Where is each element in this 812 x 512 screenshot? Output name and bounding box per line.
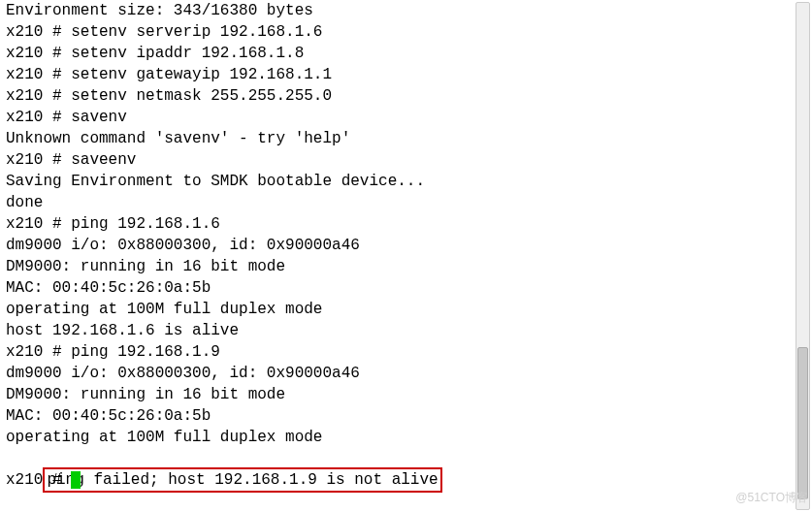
terminal-line: dm9000 i/o: 0x88000300, id: 0x90000a46	[6, 235, 793, 256]
terminal-line: host 192.168.1.6 is alive	[6, 320, 793, 341]
terminal-line: done	[6, 192, 793, 213]
terminal-line: operating at 100M full duplex mode	[6, 299, 793, 320]
terminal-line: operating at 100M full duplex mode	[6, 427, 793, 448]
terminal-line: Saving Environment to SMDK bootable devi…	[6, 171, 793, 192]
terminal-output[interactable]: Environment size: 343/16380 bytes x210 #…	[6, 0, 793, 512]
terminal-line: x210 # setenv netmask 255.255.255.0	[6, 85, 793, 107]
terminal-line-highlighted: ping failed; host 192.168.1.9 is not ali…	[6, 448, 793, 469]
terminal-line: DM9000: running in 16 bit mode	[6, 256, 793, 277]
terminal-cursor	[71, 471, 81, 489]
error-highlight: ping failed; host 192.168.1.9 is not ali…	[43, 467, 441, 493]
terminal-line: x210 # saveenv	[6, 149, 793, 171]
terminal-line: dm9000 i/o: 0x88000300, id: 0x90000a46	[6, 363, 793, 384]
watermark-text: @51CTO博客	[735, 487, 808, 508]
terminal-line: MAC: 00:40:5c:26:0a:5b	[6, 277, 793, 299]
terminal-line: Environment size: 343/16380 bytes	[6, 0, 793, 21]
terminal-line: DM9000: running in 16 bit mode	[6, 384, 793, 405]
terminal-line: MAC: 00:40:5c:26:0a:5b	[6, 405, 793, 427]
terminal-line: x210 # ping 192.168.1.9	[6, 341, 793, 363]
terminal-line: x210 # setenv ipaddr 192.168.1.8	[6, 43, 793, 64]
scrollbar-thumb[interactable]	[797, 347, 808, 499]
terminal-line: x210 # ping 192.168.1.6	[6, 213, 793, 235]
vertical-scrollbar[interactable]	[796, 2, 810, 510]
terminal-line: x210 # setenv gatewayip 192.168.1.1	[6, 64, 793, 85]
terminal-prompt: x210 #	[6, 469, 71, 491]
terminal-line: x210 # setenv serverip 192.168.1.6	[6, 21, 793, 43]
terminal-line: Unknown command 'savenv' - try 'help'	[6, 128, 793, 149]
terminal-line: x210 # savenv	[6, 107, 793, 128]
